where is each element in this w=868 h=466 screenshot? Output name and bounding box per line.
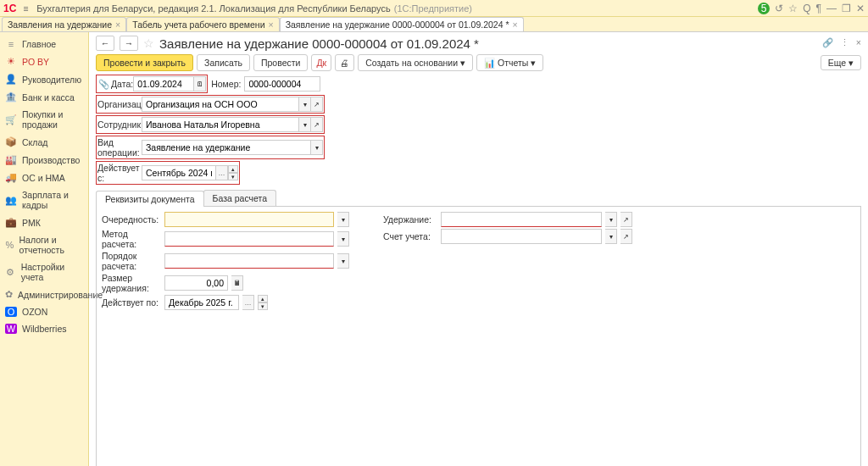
close-window-icon[interactable]: ✕ [856,3,865,14]
validto-input[interactable] [164,295,239,310]
sidebar-item-manager[interactable]: 👤Руководителю [0,70,88,88]
tab-calc-base[interactable]: База расчета [203,190,277,206]
optype-label: Вид операции: [97,137,142,158]
order-input[interactable] [164,253,334,269]
sidebar-item-warehouse[interactable]: 📦Склад [0,133,88,151]
main-menu-icon[interactable]: ≡ [19,3,31,14]
attach-icon[interactable]: 📎 [97,79,109,90]
ellipsis-button[interactable]: … [216,165,228,180]
number-input[interactable] [244,76,320,92]
home-icon: ≡ [5,39,17,49]
size-input[interactable] [164,275,228,291]
star-icon: ☀ [5,56,17,67]
sidebar-item-assets[interactable]: 🚚ОС и НМА [0,169,88,186]
account-label: Счет учета: [383,231,437,241]
dropdown-button[interactable]: ▾ [337,253,349,269]
tab-timesheet[interactable]: Табель учета рабочего времени× [126,17,279,31]
sidebar-item-poby[interactable]: ☀PO BY [0,53,88,70]
dk-button[interactable]: Дк [311,54,331,71]
number-label: Номер: [211,79,241,89]
sidebar: ≡Главное ☀PO BY 👤Руководителю 🏦Банк и ка… [0,32,89,466]
minimize-icon[interactable]: — [826,3,837,14]
tab-deduction-requests[interactable]: Заявления на удержание× [2,17,126,31]
ozon-icon: O [5,307,17,317]
sidebar-item-wildberries[interactable]: WWildberries [0,320,88,337]
sidebar-item-bank[interactable]: 🏦Банк и касса [0,88,88,106]
dropdown-button[interactable]: ▾ [605,212,617,227]
sidebar-item-ozon[interactable]: OOZON [0,303,88,320]
org-label: Организация: [97,99,142,109]
dropdown-button[interactable]: ▾ [337,212,349,227]
org-input[interactable] [142,97,299,112]
deduction-label: Удержание: [383,214,437,225]
more-button[interactable]: Еще ▾ [821,55,861,70]
priority-input[interactable] [164,212,334,227]
spin-up-button[interactable]: ▴ [258,295,268,302]
favorite-icon[interactable]: ☆ [788,3,798,14]
calc-button[interactable]: 🖩 [231,275,243,291]
dropdown-button[interactable]: ▾ [311,140,323,155]
post-button[interactable]: Провести [253,54,308,71]
print-button[interactable]: 🖨 [335,54,354,71]
open-ref-button[interactable]: ↗ [311,117,323,132]
date-picker-button[interactable]: 🗓 [194,76,206,92]
reports-button[interactable]: 📊 Отчеты ▾ [476,54,543,71]
priority-label: Очередность: [102,214,161,225]
search-icon[interactable]: Q [803,3,810,14]
sidebar-item-main[interactable]: ≡Главное [0,36,88,53]
sidebar-item-settings[interactable]: ⚙Настройки учета [0,258,88,286]
restore-icon[interactable]: ❐ [842,3,851,14]
spin-down-button[interactable]: ▾ [228,173,238,180]
notification-badge[interactable]: 5 [758,3,770,14]
chevron-down-icon: ▾ [460,58,465,68]
create-based-button[interactable]: Создать на основании ▾ [358,54,473,71]
sidebar-item-admin[interactable]: ✿Администрирование [0,286,88,303]
deduction-input[interactable] [441,212,602,227]
post-and-close-button[interactable]: Провести и закрыть [96,54,193,71]
optype-input[interactable] [142,140,311,155]
truck-icon: 🚚 [5,172,17,183]
spin-down-button[interactable]: ▾ [258,302,268,310]
method-input[interactable] [164,231,334,247]
close-icon[interactable]: × [115,19,120,30]
emp-input[interactable] [142,117,299,132]
tab-deduction-doc[interactable]: Заявление на удержание 0000-000004 от 01… [280,17,524,31]
close-doc-icon[interactable]: × [856,37,861,48]
user-icon: 👤 [5,74,17,85]
open-ref-button[interactable]: ↗ [620,229,632,244]
menu-dots-icon[interactable]: ⋮ [840,37,849,48]
chevron-down-icon: ▾ [531,58,536,68]
tab-doc-details[interactable]: Реквизиты документа [96,191,204,207]
open-ref-button[interactable]: ↗ [620,212,632,227]
box-icon: 📦 [5,136,17,147]
account-input[interactable] [441,229,602,244]
ellipsis-button[interactable]: … [242,295,254,310]
dropdown-button[interactable]: ▾ [337,231,349,247]
save-button[interactable]: Записать [197,54,250,71]
document-title: Заявление на удержание 0000-000004 от 01… [159,36,479,51]
sidebar-item-rmk[interactable]: 💼РМК [0,214,88,231]
nav-back-button[interactable]: ← [96,36,114,51]
sidebar-item-payroll[interactable]: 👥Зарплата и кадры [0,186,88,214]
sidebar-item-production[interactable]: 🏭Производство [0,151,88,169]
history-icon[interactable]: ↺ [775,3,783,14]
close-icon[interactable]: × [513,19,518,30]
nav-fwd-button[interactable]: → [120,36,138,51]
bell-icon[interactable]: ¶ [816,3,821,14]
factory-icon: 🏭 [5,154,17,165]
dropdown-button[interactable]: ▾ [299,117,311,132]
link-icon[interactable]: 🔗 [822,37,833,48]
sidebar-item-sales[interactable]: 🛒Покупки и продажи [0,106,88,133]
spin-up-button[interactable]: ▴ [228,165,238,173]
close-icon[interactable]: × [269,19,274,30]
validto-label: Действует по: [102,297,161,308]
favorite-star-icon[interactable]: ☆ [143,36,154,50]
sidebar-item-taxes[interactable]: %Налоги и отчетность [0,231,88,258]
open-ref-button[interactable]: ↗ [311,97,323,112]
dropdown-button[interactable]: ▾ [299,97,311,112]
briefcase-icon: 💼 [5,217,17,228]
effective-input[interactable] [142,165,216,180]
app-title: Бухгалтерия для Беларуси, редакция 2.1. … [36,3,758,14]
date-input[interactable] [133,76,194,92]
dropdown-button[interactable]: ▾ [605,229,617,244]
